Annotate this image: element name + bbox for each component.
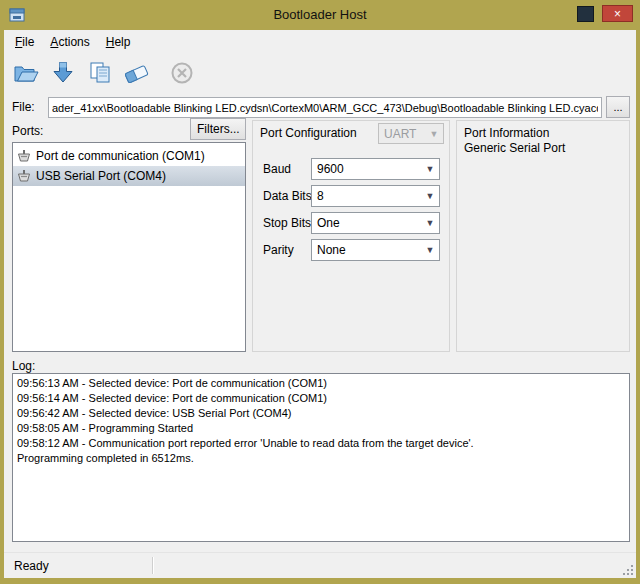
protocol-select[interactable]: UART ▼ — [378, 123, 444, 144]
bootloader-host-window: Bootloader Host × File Actions Help — [0, 0, 640, 584]
log-line: 09:56:14 AM - Selected device: Port de c… — [17, 391, 625, 406]
verify-button[interactable] — [83, 57, 117, 91]
port-configuration-group: Port Configuration UART ▼ Baud 9600 ▼ Da… — [252, 120, 450, 352]
status-bar: Ready — [4, 552, 636, 578]
data-bits-value: 8 — [317, 189, 324, 203]
parity-select[interactable]: None ▼ — [311, 239, 440, 261]
chevron-down-icon: ▼ — [422, 214, 438, 232]
baud-label: Baud — [263, 162, 291, 176]
file-path-input[interactable] — [48, 97, 602, 118]
serial-port-icon — [17, 170, 31, 183]
port-list-item-label: USB Serial Port (COM4) — [36, 169, 166, 183]
filters-button[interactable]: Filters... — [190, 118, 246, 140]
chevron-down-icon: ▼ — [422, 241, 438, 259]
serial-port-icon — [17, 150, 31, 163]
log-line: 09:58:05 AM - Programming Started — [17, 421, 625, 436]
menu-help[interactable]: Help — [98, 32, 139, 52]
stop-bits-select[interactable]: One ▼ — [311, 212, 440, 234]
menu-actions[interactable]: Actions — [42, 32, 97, 52]
verify-documents-icon — [87, 60, 113, 89]
port-list-item-com1[interactable]: Port de communication (COM1) — [13, 146, 245, 166]
chevron-down-icon: ▼ — [422, 160, 438, 178]
port-information-group: Port Information Generic Serial Port — [456, 120, 630, 352]
data-bits-select[interactable]: 8 ▼ — [311, 185, 440, 207]
window-title: Bootloader Host — [0, 7, 640, 22]
port-information-title: Port Information — [464, 126, 549, 140]
menu-bar: File Actions Help — [4, 30, 636, 53]
erase-button[interactable] — [120, 57, 154, 91]
port-list-item-com4[interactable]: USB Serial Port (COM4) — [13, 166, 245, 186]
program-button[interactable] — [46, 57, 80, 91]
title-bar[interactable]: Bootloader Host × — [0, 0, 640, 30]
minimize-button[interactable] — [577, 6, 594, 22]
file-label: File: — [12, 100, 35, 114]
status-divider — [152, 557, 153, 574]
parity-value: None — [317, 243, 346, 257]
log-line: Programming completed in 6512ms. — [17, 451, 625, 466]
port-configuration-title: Port Configuration — [260, 126, 357, 140]
ports-label: Ports: — [12, 124, 43, 138]
parity-label: Parity — [263, 243, 294, 257]
resize-grip-icon[interactable] — [621, 563, 634, 576]
stop-bits-label: Stop Bits — [263, 216, 311, 230]
log-line: 09:56:42 AM - Selected device: USB Seria… — [17, 406, 625, 421]
abort-icon — [169, 60, 195, 89]
program-arrow-icon — [50, 60, 76, 89]
folder-open-icon — [12, 60, 40, 89]
chevron-down-icon: ▼ — [426, 125, 442, 142]
log-line: 09:56:13 AM - Selected device: Port de c… — [17, 376, 625, 391]
port-list-item-label: Port de communication (COM1) — [36, 149, 205, 163]
data-bits-label: Data Bits — [263, 189, 312, 203]
log-output[interactable]: 09:56:13 AM - Selected device: Port de c… — [12, 373, 630, 542]
toolbar — [4, 53, 636, 95]
menu-file[interactable]: File — [7, 32, 42, 52]
log-label: Log: — [12, 359, 35, 373]
status-text: Ready — [14, 559, 49, 573]
chevron-down-icon: ▼ — [422, 187, 438, 205]
baud-select[interactable]: 9600 ▼ — [311, 158, 440, 180]
eraser-icon — [123, 60, 151, 89]
log-line: 09:58:12 AM - Communication port reporte… — [17, 436, 625, 451]
browse-button[interactable]: ... — [606, 96, 630, 118]
abort-button[interactable] — [165, 57, 199, 91]
close-icon: × — [614, 7, 621, 21]
close-button[interactable]: × — [602, 5, 633, 22]
ports-list: Port de communication (COM1) USB Serial … — [12, 142, 246, 352]
open-file-button[interactable] — [9, 57, 43, 91]
stop-bits-value: One — [317, 216, 340, 230]
client-area: File Actions Help — [4, 30, 636, 578]
baud-value: 9600 — [317, 162, 344, 176]
protocol-value: UART — [384, 127, 416, 141]
port-information-text: Generic Serial Port — [464, 141, 565, 155]
